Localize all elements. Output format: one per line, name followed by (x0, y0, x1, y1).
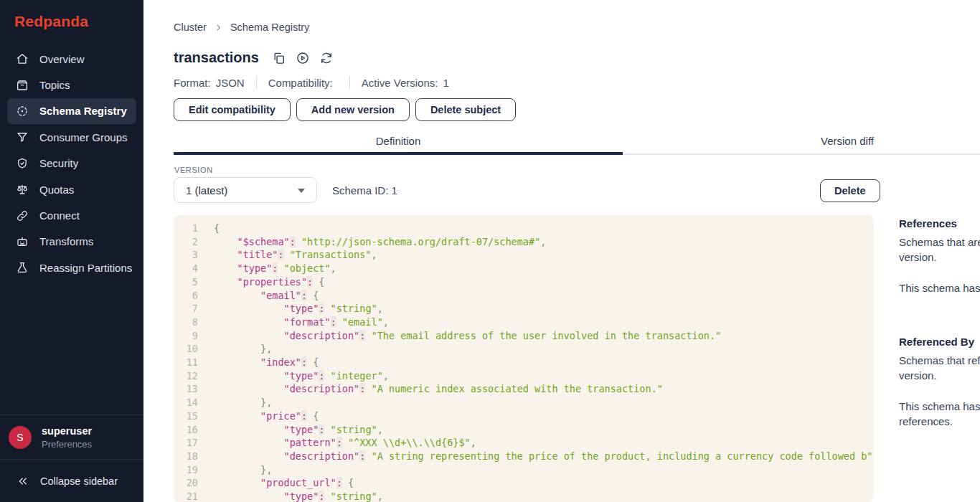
breadcrumb-cluster[interactable]: Cluster (174, 22, 207, 33)
sidebar-item-label: Transforms (39, 235, 93, 247)
edit-compatibility-button[interactable]: Edit compatibility (174, 98, 291, 121)
schema-registry-icon (16, 105, 29, 118)
funnel-icon (16, 131, 29, 143)
title-row: transactions (174, 49, 343, 66)
flask-icon (16, 261, 29, 274)
scales-icon (16, 183, 29, 196)
delete-subject-button[interactable]: Delete subject (415, 98, 516, 121)
tab-definition[interactable]: Definition (174, 132, 623, 155)
double-chevron-left-icon (17, 475, 29, 487)
delete-version-button[interactable]: Delete (820, 179, 880, 202)
sidebar-item-security[interactable]: Security (7, 151, 136, 176)
home-icon (16, 52, 29, 65)
play-circle-icon[interactable] (296, 51, 310, 65)
schema-code-editor[interactable]: 1{2 "$schema": "http://json-schema.org/d… (174, 215, 874, 502)
sidebar-item-label: Consumer Groups (39, 131, 128, 143)
sidebar-item-label: Overview (39, 53, 85, 65)
format-label: Format: (174, 77, 211, 89)
meta-divider (349, 76, 350, 89)
shield-check-icon (16, 157, 29, 170)
sidebar-item-label: Schema Registry (39, 105, 127, 117)
avatar: S (9, 426, 32, 449)
collapse-sidebar-button[interactable]: Collapse sidebar (0, 460, 143, 502)
add-new-version-button[interactable]: Add new version (296, 98, 410, 121)
references-description: Schemas that are referenced by this sche… (899, 235, 980, 265)
sidebar-item-consumer-groups[interactable]: Consumer Groups (7, 124, 136, 150)
sidebar-item-label: Security (39, 157, 78, 169)
action-buttons: Edit compatibility Add new version Delet… (174, 98, 522, 121)
version-select[interactable]: 1 (latest) (174, 177, 317, 203)
user-menu[interactable]: S superuser Preferences (0, 415, 143, 459)
tab-bar: Definition Version diff (174, 132, 980, 155)
format-value: JSON (216, 77, 245, 89)
references-panel: References Schemas that are referenced b… (899, 217, 980, 429)
sidebar-item-label: Reassign Partitions (39, 262, 132, 274)
redpanda-logo: Redpanda (14, 13, 88, 30)
sidebar-nav: Overview Topics Schema Registry Consumer… (0, 46, 143, 281)
preferences-link[interactable]: Preferences (42, 438, 92, 450)
page-title: transactions (174, 49, 259, 66)
sidebar-item-schema-registry[interactable]: Schema Registry (7, 98, 136, 124)
sidebar-item-overview[interactable]: Overview (7, 46, 136, 72)
sidebar-item-reassign-partitions[interactable]: Reassign Partitions (7, 255, 136, 280)
active-versions-value: 1 (443, 77, 448, 89)
breadcrumb-schema-registry[interactable]: Schema Registry (230, 22, 309, 33)
collapse-sidebar-label: Collapse sidebar (40, 475, 118, 487)
referenced-by-description: Schemas that reference this schema versi… (899, 353, 980, 383)
compatibility-label: Compatibility: (268, 77, 333, 89)
copy-icon[interactable] (272, 51, 286, 65)
sidebar-item-topics[interactable]: Topics (7, 72, 136, 98)
sidebar-item-label: Connect (39, 209, 80, 222)
referenced-by-title: Referenced By (899, 336, 980, 348)
schema-id: Schema ID: 1 (332, 184, 397, 196)
sidebar-item-quotas[interactable]: Quotas (7, 176, 136, 202)
refresh-icon[interactable] (319, 51, 334, 65)
sidebar-item-transforms[interactable]: Transforms (7, 229, 136, 255)
subject-meta: Format:JSON Compatibility: Active Versio… (174, 76, 449, 89)
chevron-down-icon (298, 189, 305, 193)
chevron-right-icon (207, 23, 230, 32)
link-icon (16, 209, 29, 222)
references-empty-text: This schema has no references. (899, 280, 980, 295)
sidebar-item-label: Quotas (39, 184, 74, 196)
topics-box-icon (16, 79, 29, 92)
references-title: References (899, 217, 980, 229)
sidebar-item-connect[interactable]: Connect (7, 202, 136, 228)
tab-version-diff[interactable]: Version diff (623, 132, 980, 155)
sidebar-item-label: Topics (39, 79, 70, 91)
user-name: superuser (42, 425, 92, 438)
meta-divider (256, 76, 257, 89)
referenced-by-empty-text: This schema has no incoming references. (899, 399, 980, 429)
version-label: VERSION (174, 166, 213, 174)
robot-icon (16, 235, 29, 248)
sidebar: Redpanda Overview Topics Schema Registry… (0, 0, 143, 502)
breadcrumb: Cluster Schema Registry (174, 22, 309, 33)
active-versions-label: Active Versions: (362, 77, 438, 89)
version-select-value: 1 (latest) (186, 184, 227, 196)
